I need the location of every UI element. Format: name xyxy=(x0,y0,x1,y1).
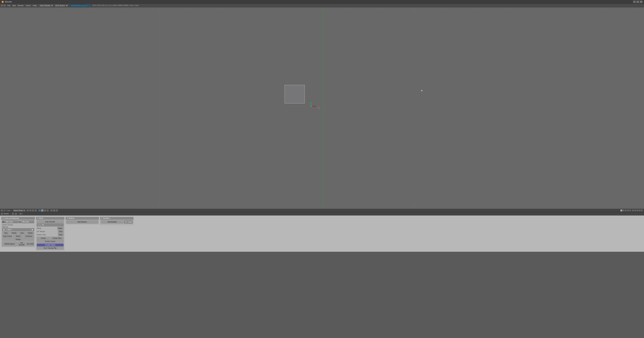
new-uv-btn[interactable]: New xyxy=(58,230,64,233)
multires-triangle xyxy=(66,218,68,219)
anim-btn[interactable] xyxy=(34,209,37,212)
auto-smooth-btn[interactable]: Auto Smooth xyxy=(37,220,64,223)
mat-prev-btn[interactable]: ◀ xyxy=(2,228,5,231)
scene-info: Ve:8 | Fa:8 | Ob:3-1 | La:1 | Mem:0.98M … xyxy=(92,4,138,6)
me-cube-input[interactable]: ME:Cube xyxy=(5,220,18,223)
assign-btn[interactable]: Assign xyxy=(2,238,34,241)
pivot-dropdown[interactable] xyxy=(50,209,53,212)
3d-cursor[interactable] xyxy=(317,106,320,110)
set-solid-btn[interactable]: Set Solid xyxy=(26,242,34,246)
svg-marker-7 xyxy=(314,106,316,107)
add-modifier-btn[interactable]: Add Modifier xyxy=(101,220,124,224)
layer-6[interactable] xyxy=(632,210,634,212)
shading-solid[interactable] xyxy=(41,209,44,212)
mat-next-btn[interactable]: ▶ xyxy=(31,228,34,231)
menu-render[interactable]: Render xyxy=(16,4,25,7)
me-ob-row: M ME:Cube ▼ OB:Cube xyxy=(2,220,34,223)
camera-btn[interactable] xyxy=(29,209,32,212)
no-v-normal-row: No V Normal Flip xyxy=(37,247,64,250)
separator-toolbar2 xyxy=(38,209,38,212)
layer-2[interactable] xyxy=(622,210,624,212)
layer-3[interactable] xyxy=(625,210,627,212)
panels-layer-icon2[interactable] xyxy=(15,213,17,215)
render-btn[interactable] xyxy=(26,209,29,212)
layer-10[interactable] xyxy=(641,210,643,212)
copy-group-btn[interactable]: Copy Group xyxy=(2,235,12,238)
center-new-btn[interactable]: Center New xyxy=(50,237,64,240)
new-mat-btn[interactable]: New xyxy=(18,232,26,234)
shading-rendered[interactable] xyxy=(46,209,49,212)
lm-triangle xyxy=(2,218,4,219)
panels-layer-icon[interactable] xyxy=(12,213,14,215)
material-row: ◀ 1 Mat 1 ▶ xyxy=(2,228,34,231)
select-btn[interactable]: Select xyxy=(13,235,23,238)
center-btn[interactable]: Center xyxy=(37,237,50,240)
layer-5[interactable] xyxy=(629,210,631,212)
mode-dropdown[interactable]: Object Mode ▼ xyxy=(12,209,26,212)
multires-content: Add Multires xyxy=(66,220,99,224)
assign-row: Assign xyxy=(2,238,34,241)
svg-text:B: B xyxy=(2,1,3,3)
scene-object-dot[interactable] xyxy=(421,90,422,91)
render2-btn[interactable] xyxy=(32,209,34,212)
layer-num-input[interactable] xyxy=(19,213,23,215)
modifiers-triangle xyxy=(101,218,102,219)
delete-mat-btn[interactable]: Delete xyxy=(26,232,34,234)
snap-icon[interactable]: ⊙ xyxy=(53,209,55,212)
close-button[interactable]: ✕ xyxy=(640,0,643,3)
center-cursor-btn[interactable]: Center Cursor xyxy=(37,240,64,243)
scene-selector-label: SCE:Scene xyxy=(55,4,65,6)
transform-gizmo[interactable] xyxy=(308,102,316,110)
viewport[interactable] xyxy=(0,8,644,209)
uv-label: UV Texture xyxy=(37,230,58,232)
mesh-title: Mesh xyxy=(39,217,43,219)
layer-7[interactable] xyxy=(634,210,636,212)
minimize-button[interactable]: – xyxy=(633,0,636,3)
deselect-btn[interactable]: Deselect xyxy=(24,235,34,238)
selected-object-cube[interactable] xyxy=(284,85,305,104)
uv-row: UV Texture New xyxy=(37,230,64,233)
menu-help[interactable]: Help xyxy=(32,4,38,7)
set-smooth-btn[interactable]: Set Smooth xyxy=(18,242,26,246)
me-arrow[interactable]: ▼ xyxy=(18,221,21,223)
new-vc-btn[interactable]: New xyxy=(58,233,64,236)
pin-icon[interactable] xyxy=(3,4,6,7)
links-materials-content: M ME:Cube ▼ OB:Cube Vertex Groups Materi… xyxy=(2,220,35,247)
menu-add[interactable]: Add xyxy=(12,4,17,7)
mat-name-field[interactable]: 1 Mat 1 xyxy=(6,228,31,231)
gp-icon[interactable]: ✎ xyxy=(3,209,6,212)
layer-9[interactable] xyxy=(638,210,640,212)
layer-1[interactable] xyxy=(620,210,622,212)
new-vertex-btn[interactable]: New xyxy=(2,232,10,234)
ob-cube-input[interactable]: OB:Cube xyxy=(21,220,34,223)
menu-file[interactable]: File xyxy=(6,4,12,7)
proportional-icon[interactable] xyxy=(56,209,58,212)
vc-row: Vertex Color New xyxy=(37,233,64,236)
me-icon: M xyxy=(2,221,4,223)
maximize-button[interactable]: □ xyxy=(636,0,639,3)
add-tex-space-btn[interactable]: AddTexSpace xyxy=(2,242,17,246)
double-sided-btn[interactable]: Double Sided xyxy=(37,244,64,246)
window-controls: – □ ✕ xyxy=(633,0,643,3)
no-v-normal-btn[interactable]: No V Normal Flip xyxy=(37,247,64,250)
scene-selector[interactable]: SCE:Scene ▼ xyxy=(54,4,68,7)
mode-selector[interactable]: Obj:Z-Model ▼ xyxy=(39,4,54,7)
layer-4[interactable] xyxy=(627,210,629,212)
panels-label[interactable]: Panels xyxy=(4,213,9,215)
blender-logo-icon: B xyxy=(1,0,4,3)
layer-buttons xyxy=(620,210,643,212)
menu-game[interactable]: Game xyxy=(25,4,32,7)
links-materials-title: Links and Materials xyxy=(4,217,19,219)
mode-selector-arrow: ▼ xyxy=(51,4,53,6)
make-btn[interactable]: Make xyxy=(57,227,64,230)
viewport-type-icon[interactable] xyxy=(1,209,3,212)
delete-vertex-btn[interactable]: Delete xyxy=(10,232,18,234)
separator-toolbar3 xyxy=(50,209,50,212)
shading-wire[interactable] xyxy=(38,209,41,212)
shading-texture[interactable] xyxy=(44,209,46,212)
layer-8[interactable] xyxy=(636,210,638,212)
url-label[interactable]: www.blender.org [2.6.7] xyxy=(70,4,91,7)
group-row: Copy Group Select Deselect xyxy=(2,235,34,238)
add-multires-btn[interactable]: Add Multires xyxy=(66,220,98,224)
material-label: Material xyxy=(2,226,34,228)
